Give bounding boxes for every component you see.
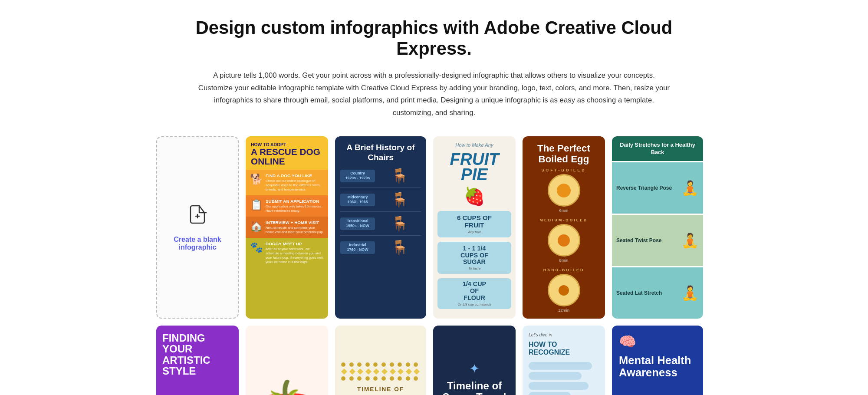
chair1-icon: 🪑 bbox=[378, 168, 421, 184]
greeting-cards-card[interactable]: TIMELINE OFGREETING CARDS bbox=[335, 326, 426, 395]
medium-egg-time: 8min bbox=[559, 258, 569, 263]
era1-label: Country1920s - 1970s bbox=[340, 170, 375, 182]
plus-icon: ✦ bbox=[469, 361, 480, 376]
yoga-pose-3: Seated Lat Stretch 🧘 bbox=[612, 267, 703, 319]
step1-desc: Check out our online catalogue of adopta… bbox=[266, 179, 324, 192]
soft-egg-visual bbox=[548, 174, 580, 207]
hard-egg-yolk bbox=[559, 285, 569, 296]
medium-egg-visual bbox=[548, 224, 580, 257]
artistic-title: FINDINGYOURARTISTICSTYLE bbox=[162, 332, 233, 376]
era2-label: Midcentury1933 - 1965 bbox=[340, 194, 375, 206]
step2-title: Submit an Application bbox=[266, 199, 324, 204]
timeline-space-card[interactable]: ✦ Timeline of Space Travel bbox=[433, 326, 516, 395]
mental-health-icon: 🧠 bbox=[619, 333, 696, 350]
step3-desc: Next schedule and complete your home vis… bbox=[266, 226, 324, 234]
recognize-intro: Let's dive in bbox=[529, 332, 599, 337]
tomato-card[interactable]: 🍅 bbox=[246, 326, 328, 395]
wave-4 bbox=[529, 392, 571, 395]
hard-egg-time: 12min bbox=[558, 308, 569, 313]
pose2-icon: 🧘 bbox=[681, 232, 699, 249]
chairs-era-4: Industrial1760 - NOW 🪑 bbox=[340, 239, 421, 256]
soft-boiled-label: SOFT-BOILED bbox=[541, 168, 586, 172]
gallery-section: Create a blank infographic HOW TO ADOPT … bbox=[156, 136, 712, 395]
ingredient3-note: Or 1/8 cup cornstarch bbox=[443, 303, 506, 306]
medium-boiled-label: MEDIUM-BOILED bbox=[540, 218, 588, 222]
paw-icon: 🐾 bbox=[250, 241, 263, 253]
rescue-title: A RESCUE DOG ONLINE bbox=[251, 147, 323, 166]
soft-egg-yolk bbox=[557, 184, 571, 198]
application-icon: 📋 bbox=[250, 199, 263, 211]
egg-soft-section: SOFT-BOILED 6min bbox=[527, 168, 601, 213]
chairs-card[interactable]: A Brief History of Chairs Country1920s -… bbox=[335, 136, 426, 319]
rescue-step-3: 🏠 Interview + Home Visit Next schedule a… bbox=[246, 217, 328, 238]
soft-egg-time: 6min bbox=[559, 208, 569, 213]
greeting-pattern bbox=[341, 362, 420, 381]
rescue-step-4: 🐾 Doggy Meet Up After all of your hard w… bbox=[246, 238, 328, 319]
ingredient3-amount: 1/4 CUPOFFLOUR bbox=[443, 281, 506, 302]
ingredient2-note: To taste bbox=[443, 267, 506, 270]
chair3-icon: 🪑 bbox=[378, 215, 421, 232]
ingredient2-amount: 1 - 1 1/4CUPS OFSUGAR bbox=[443, 245, 506, 266]
pose2-label: Seated Twist Pose bbox=[616, 237, 678, 244]
era3-label: Transitional1950s - NOW bbox=[340, 217, 375, 230]
medium-egg-yolk bbox=[558, 234, 570, 247]
hard-boiled-label: HARD-BOILED bbox=[543, 268, 585, 272]
rescue-header: HOW TO ADOPT A RESCUE DOG ONLINE bbox=[246, 136, 328, 170]
rescue-dog-card[interactable]: HOW TO ADOPT A RESCUE DOG ONLINE 🐕 Find … bbox=[246, 136, 328, 319]
timeline-space-title: Timeline of Space Travel bbox=[439, 380, 510, 395]
chair2-icon: 🪑 bbox=[378, 191, 421, 208]
hard-egg-visual bbox=[548, 274, 580, 306]
yoga-header: Daily Stretches for a Healthy Back bbox=[612, 136, 703, 161]
pose3-icon: 🧘 bbox=[681, 285, 699, 301]
chairs-era-3: Transitional1950s - NOW 🪑 bbox=[340, 215, 421, 236]
step4-title: Doggy Meet Up bbox=[266, 241, 324, 246]
fruit-pie-card[interactable]: How to Make Any FRUITPIE 🍓 6 CUPS OFFRUI… bbox=[433, 136, 516, 319]
gallery-row-2: FINDINGYOURARTISTICSTYLE 👁👁 2. PRACTICE … bbox=[156, 326, 712, 395]
step1-title: Find a Dog You Like bbox=[266, 173, 324, 178]
mental-health-title: Mental Health Awareness bbox=[619, 354, 696, 379]
ingredient1-amount: 6 CUPS OFFRUIT bbox=[443, 214, 506, 229]
era4-label: Industrial1760 - NOW bbox=[340, 241, 375, 254]
step2-desc: Our application only takes 10 minutes. H… bbox=[266, 204, 324, 213]
egg-hard-section: HARD-BOILED 12min bbox=[527, 268, 601, 313]
chairs-era-2: Midcentury1933 - 1965 🪑 bbox=[340, 191, 421, 212]
boiled-egg-card[interactable]: The PerfectBoiled Egg SOFT-BOILED 6min M… bbox=[523, 136, 605, 319]
wave-2 bbox=[529, 372, 582, 380]
rescue-step-2: 📋 Submit an Application Our application … bbox=[246, 195, 328, 217]
pie-ingredient-2: 1 - 1 1/4CUPS OFSUGAR To taste bbox=[437, 242, 511, 274]
header-section: Design custom infographics with Adobe Cr… bbox=[156, 17, 712, 119]
home-icon: 🏠 bbox=[250, 220, 263, 232]
page-title: Design custom infographics with Adobe Cr… bbox=[156, 17, 712, 59]
tomato-icon: 🍅 bbox=[248, 382, 326, 395]
file-plus-icon bbox=[187, 204, 208, 229]
pose1-icon: 🧘 bbox=[681, 180, 699, 196]
ingredient1-note: Any fruit bbox=[443, 230, 506, 234]
egg-title: The PerfectBoiled Egg bbox=[537, 143, 590, 165]
wave-3 bbox=[529, 382, 589, 390]
pie-ingredient-1: 6 CUPS OFFRUIT Any fruit bbox=[437, 211, 511, 237]
blank-card-label: Create a blank infographic bbox=[157, 236, 238, 251]
pie-script-title: How to Make Any bbox=[455, 142, 493, 148]
chair4-icon: 🪑 bbox=[378, 239, 421, 256]
pose3-label: Seated Lat Stretch bbox=[616, 290, 678, 296]
yoga-pose-2: Seated Twist Pose 🧘 bbox=[612, 215, 703, 266]
greeting-text: TIMELINE OFGREETING CARDS bbox=[348, 385, 413, 395]
page-subtitle: A picture tells 1,000 words. Get your po… bbox=[195, 69, 673, 119]
pose1-label: Reverse Triangle Pose bbox=[616, 185, 678, 191]
recognize-card[interactable]: Let's dive in HOW TO RECOGNIZE bbox=[523, 326, 605, 395]
rescue-step-1: 🐕 Find a Dog You Like Check out our onli… bbox=[246, 170, 328, 195]
strawberry-icon: 🍓 bbox=[464, 186, 485, 207]
gallery-row-1: Create a blank infographic HOW TO ADOPT … bbox=[156, 136, 712, 319]
mental-health-card[interactable]: 🧠 Mental Health Awareness bbox=[612, 326, 703, 395]
artistic-style-card[interactable]: FINDINGYOURARTISTICSTYLE 👁👁 2. PRACTICE … bbox=[156, 326, 239, 395]
chairs-title: A Brief History of Chairs bbox=[340, 142, 421, 162]
blank-card[interactable]: Create a blank infographic bbox=[156, 136, 239, 319]
yoga-card[interactable]: Daily Stretches for a Healthy Back Rever… bbox=[612, 136, 703, 319]
chairs-era-1: Country1920s - 1970s 🪑 bbox=[340, 168, 421, 188]
recognize-title: HOW TO RECOGNIZE bbox=[529, 341, 599, 356]
step3-title: Interview + Home Visit bbox=[266, 220, 324, 225]
pie-main-title: FRUITPIE bbox=[450, 152, 499, 182]
yoga-pose-1: Reverse Triangle Pose 🧘 bbox=[612, 162, 703, 214]
pie-ingredient-3: 1/4 CUPOFFLOUR Or 1/8 cup cornstarch bbox=[437, 278, 511, 309]
egg-medium-section: MEDIUM-BOILED 8min bbox=[527, 218, 601, 263]
